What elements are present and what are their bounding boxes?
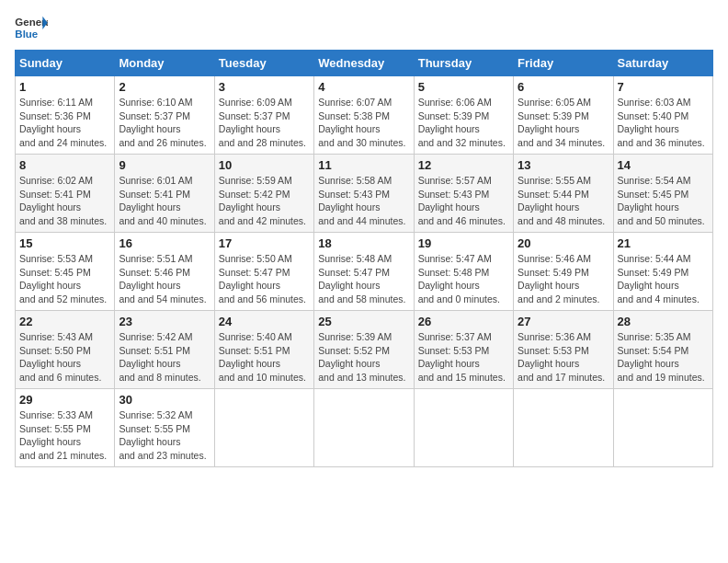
- day-number: 14: [618, 158, 709, 172]
- calendar-week-4: 22 Sunrise: 5:43 AMSunset: 5:50 PMDaylig…: [16, 311, 713, 389]
- calendar-cell: [414, 389, 513, 467]
- day-info: Sunrise: 5:43 AMSunset: 5:50 PMDaylight …: [19, 330, 110, 385]
- day-number: 28: [618, 315, 709, 328]
- day-info: Sunrise: 5:44 AMSunset: 5:49 PMDaylight …: [618, 252, 709, 306]
- day-info: Sunrise: 6:02 AMSunset: 5:41 PMDaylight …: [19, 174, 110, 228]
- day-number: 3: [219, 80, 310, 94]
- day-info: Sunrise: 6:07 AMSunset: 5:38 PMDaylight …: [318, 96, 409, 150]
- calendar-week-2: 8 Sunrise: 6:02 AMSunset: 5:41 PMDayligh…: [16, 155, 713, 233]
- calendar-cell: 30 Sunrise: 5:32 AMSunset: 5:55 PMDaylig…: [115, 389, 214, 467]
- day-info: Sunrise: 6:09 AMSunset: 5:37 PMDaylight …: [219, 96, 310, 150]
- calendar-header-row: SundayMondayTuesdayWednesdayThursdayFrid…: [16, 51, 713, 76]
- calendar-cell: 20 Sunrise: 5:46 AMSunset: 5:49 PMDaylig…: [514, 233, 613, 311]
- day-number: 5: [418, 80, 509, 94]
- calendar-cell: 11 Sunrise: 5:58 AMSunset: 5:43 PMDaylig…: [314, 155, 414, 233]
- day-info: Sunrise: 5:59 AMSunset: 5:42 PMDaylight …: [219, 174, 310, 228]
- day-number: 23: [119, 315, 210, 328]
- day-number: 27: [518, 315, 609, 328]
- day-info: Sunrise: 6:01 AMSunset: 5:41 PMDaylight …: [119, 174, 210, 228]
- day-info: Sunrise: 5:39 AMSunset: 5:52 PMDaylight …: [318, 330, 409, 385]
- day-info: Sunrise: 5:58 AMSunset: 5:43 PMDaylight …: [318, 174, 409, 228]
- day-number: 30: [119, 393, 210, 407]
- calendar-cell: [514, 389, 613, 467]
- calendar-cell: 19 Sunrise: 5:47 AMSunset: 5:48 PMDaylig…: [414, 233, 513, 311]
- day-info: Sunrise: 5:46 AMSunset: 5:49 PMDaylight …: [518, 252, 609, 306]
- calendar-table: SundayMondayTuesdayWednesdayThursdayFrid…: [15, 50, 713, 467]
- day-info: Sunrise: 5:54 AMSunset: 5:45 PMDaylight …: [618, 174, 709, 228]
- logo: General Blue: [15, 15, 48, 42]
- day-info: Sunrise: 5:50 AMSunset: 5:47 PMDaylight …: [219, 252, 310, 306]
- day-info: Sunrise: 5:36 AMSunset: 5:53 PMDaylight …: [518, 330, 609, 385]
- day-number: 15: [19, 236, 110, 250]
- day-info: Sunrise: 6:11 AMSunset: 5:36 PMDaylight …: [19, 96, 110, 150]
- day-number: 8: [19, 158, 110, 172]
- calendar-cell: 27 Sunrise: 5:36 AMSunset: 5:53 PMDaylig…: [514, 311, 613, 389]
- day-number: 20: [518, 236, 609, 250]
- day-number: 13: [518, 158, 609, 172]
- calendar-cell: 23 Sunrise: 5:42 AMSunset: 5:51 PMDaylig…: [115, 311, 214, 389]
- calendar-cell: 10 Sunrise: 5:59 AMSunset: 5:42 PMDaylig…: [214, 155, 313, 233]
- day-number: 17: [219, 236, 310, 250]
- day-number: 29: [19, 393, 110, 407]
- day-number: 7: [618, 80, 709, 94]
- calendar-week-5: 29 Sunrise: 5:33 AMSunset: 5:55 PMDaylig…: [16, 389, 713, 467]
- day-info: Sunrise: 5:35 AMSunset: 5:54 PMDaylight …: [618, 330, 709, 385]
- day-number: 9: [119, 158, 210, 172]
- calendar-cell: 9 Sunrise: 6:01 AMSunset: 5:41 PMDayligh…: [115, 155, 214, 233]
- day-number: 4: [318, 80, 409, 94]
- calendar-cell: 1 Sunrise: 6:11 AMSunset: 5:36 PMDayligh…: [16, 76, 115, 155]
- calendar-cell: [214, 389, 313, 467]
- weekday-header-friday: Friday: [514, 51, 613, 76]
- day-number: 22: [19, 315, 110, 328]
- calendar-cell: 25 Sunrise: 5:39 AMSunset: 5:52 PMDaylig…: [314, 311, 414, 389]
- calendar-cell: 29 Sunrise: 5:33 AMSunset: 5:55 PMDaylig…: [16, 389, 115, 467]
- day-info: Sunrise: 5:42 AMSunset: 5:51 PMDaylight …: [119, 330, 210, 385]
- day-info: Sunrise: 5:48 AMSunset: 5:47 PMDaylight …: [318, 252, 409, 306]
- calendar-cell: 2 Sunrise: 6:10 AMSunset: 5:37 PMDayligh…: [115, 76, 214, 155]
- calendar-week-1: 1 Sunrise: 6:11 AMSunset: 5:36 PMDayligh…: [16, 76, 713, 155]
- day-info: Sunrise: 6:10 AMSunset: 5:37 PMDaylight …: [119, 96, 210, 150]
- calendar-cell: 15 Sunrise: 5:53 AMSunset: 5:45 PMDaylig…: [16, 233, 115, 311]
- calendar-cell: [613, 389, 712, 467]
- logo-icon: General Blue: [15, 15, 48, 42]
- calendar-week-3: 15 Sunrise: 5:53 AMSunset: 5:45 PMDaylig…: [16, 233, 713, 311]
- calendar-cell: 22 Sunrise: 5:43 AMSunset: 5:50 PMDaylig…: [16, 311, 115, 389]
- day-info: Sunrise: 6:03 AMSunset: 5:40 PMDaylight …: [618, 96, 709, 150]
- day-number: 16: [119, 236, 210, 250]
- day-number: 18: [318, 236, 409, 250]
- day-number: 1: [19, 80, 110, 94]
- calendar-cell: [314, 389, 414, 467]
- day-info: Sunrise: 5:32 AMSunset: 5:55 PMDaylight …: [119, 408, 210, 463]
- day-number: 2: [119, 80, 210, 94]
- day-number: 11: [318, 158, 409, 172]
- day-number: 25: [318, 315, 409, 328]
- calendar-cell: 21 Sunrise: 5:44 AMSunset: 5:49 PMDaylig…: [613, 233, 712, 311]
- day-info: Sunrise: 5:47 AMSunset: 5:48 PMDaylight …: [418, 252, 509, 306]
- calendar-cell: 14 Sunrise: 5:54 AMSunset: 5:45 PMDaylig…: [613, 155, 712, 233]
- day-number: 24: [219, 315, 310, 328]
- calendar-cell: 26 Sunrise: 5:37 AMSunset: 5:53 PMDaylig…: [414, 311, 513, 389]
- calendar-cell: 16 Sunrise: 5:51 AMSunset: 5:46 PMDaylig…: [115, 233, 214, 311]
- day-info: Sunrise: 5:51 AMSunset: 5:46 PMDaylight …: [119, 252, 210, 306]
- calendar-cell: 5 Sunrise: 6:06 AMSunset: 5:39 PMDayligh…: [414, 76, 513, 155]
- calendar-cell: 4 Sunrise: 6:07 AMSunset: 5:38 PMDayligh…: [314, 76, 414, 155]
- day-number: 12: [418, 158, 509, 172]
- calendar-cell: 6 Sunrise: 6:05 AMSunset: 5:39 PMDayligh…: [514, 76, 613, 155]
- day-info: Sunrise: 6:06 AMSunset: 5:39 PMDaylight …: [418, 96, 509, 150]
- weekday-header-thursday: Thursday: [414, 51, 513, 76]
- weekday-header-saturday: Saturday: [613, 51, 712, 76]
- day-info: Sunrise: 5:33 AMSunset: 5:55 PMDaylight …: [19, 408, 110, 463]
- day-number: 21: [618, 236, 709, 250]
- calendar-cell: 13 Sunrise: 5:55 AMSunset: 5:44 PMDaylig…: [514, 155, 613, 233]
- calendar-cell: 3 Sunrise: 6:09 AMSunset: 5:37 PMDayligh…: [214, 76, 313, 155]
- calendar-cell: 17 Sunrise: 5:50 AMSunset: 5:47 PMDaylig…: [214, 233, 313, 311]
- calendar-cell: 7 Sunrise: 6:03 AMSunset: 5:40 PMDayligh…: [613, 76, 712, 155]
- weekday-header-tuesday: Tuesday: [214, 51, 313, 76]
- weekday-header-monday: Monday: [115, 51, 214, 76]
- calendar-cell: 18 Sunrise: 5:48 AMSunset: 5:47 PMDaylig…: [314, 233, 414, 311]
- calendar-cell: 28 Sunrise: 5:35 AMSunset: 5:54 PMDaylig…: [613, 311, 712, 389]
- day-number: 6: [518, 80, 609, 94]
- calendar-cell: 8 Sunrise: 6:02 AMSunset: 5:41 PMDayligh…: [16, 155, 115, 233]
- day-info: Sunrise: 5:40 AMSunset: 5:51 PMDaylight …: [219, 330, 310, 385]
- day-info: Sunrise: 5:55 AMSunset: 5:44 PMDaylight …: [518, 174, 609, 228]
